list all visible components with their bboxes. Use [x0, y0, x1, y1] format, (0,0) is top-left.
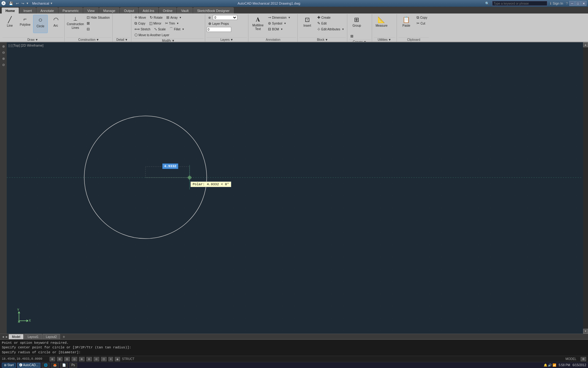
close-btn[interactable]: ✕: [581, 1, 586, 6]
tab-model[interactable]: Model: [9, 334, 24, 339]
left-tool-1[interactable]: ⊕: [1, 44, 6, 49]
tab-manage[interactable]: Manage: [99, 7, 119, 13]
snap-btn[interactable]: ⊕: [50, 357, 55, 361]
layer-input[interactable]: [207, 27, 231, 32]
cut-button[interactable]: ✂ Cut: [415, 21, 429, 26]
left-tool-4[interactable]: ⊘: [1, 62, 6, 67]
workspace-dropdown[interactable]: ▼: [50, 2, 53, 5]
taskbar-app-ps[interactable]: Ps: [69, 363, 77, 368]
utilities-group-label[interactable]: Utilities ▼: [374, 37, 395, 42]
trim-button[interactable]: ✂ Trim▼: [164, 21, 181, 26]
tab-sketchbook[interactable]: SketchBook Designer: [193, 7, 234, 13]
search-input[interactable]: [492, 1, 547, 6]
circle-button[interactable]: ○ Circle: [33, 15, 48, 33]
add-layout-btn[interactable]: +: [61, 334, 66, 339]
group-extra-btn[interactable]: ⊠: [349, 33, 355, 39]
left-tool-2[interactable]: ⊖: [1, 50, 6, 55]
lineweight-btn[interactable]: ≡: [108, 357, 113, 361]
taskbar-app-chrome[interactable]: 🌐: [42, 363, 50, 368]
tab-layout1[interactable]: Layout1: [24, 334, 42, 339]
construction-group-label[interactable]: Construction ▼: [66, 37, 111, 42]
measure-button[interactable]: 📐 Measure: [374, 15, 390, 33]
draw-group-label[interactable]: Draw ▼: [2, 37, 63, 42]
construction-lines-button[interactable]: ⊥ ConstructionLines: [66, 15, 85, 33]
scroll-down-btn[interactable]: ▼: [583, 329, 588, 334]
start-button[interactable]: ⊞ Start: [2, 363, 16, 368]
radius-input-box[interactable]: 4.9332: [162, 163, 178, 169]
tab-annotate[interactable]: Annotate: [36, 7, 58, 13]
osnap-btn[interactable]: ⊛: [79, 357, 85, 361]
extra-constr-btn2[interactable]: ⊟: [85, 26, 111, 32]
copy-clip-button[interactable]: ⧉ Copy: [415, 15, 429, 20]
paste-button[interactable]: 📋 Paste: [398, 15, 414, 33]
dyn-input-btn[interactable]: ⊡: [101, 357, 107, 361]
info-icon[interactable]: ℹ: [550, 2, 551, 6]
maximize-btn[interactable]: □: [575, 1, 581, 6]
dimension-button[interactable]: ⊸ Dimension▼: [266, 15, 292, 20]
grid-btn[interactable]: ⊞: [57, 357, 62, 361]
bom-button[interactable]: ⊟ BOM▼: [266, 26, 292, 32]
move-button[interactable]: ✛ Move: [133, 15, 147, 20]
mirror-button[interactable]: ◫ Mirror: [148, 21, 163, 26]
taskbar-app-firefox[interactable]: 🦊: [51, 363, 59, 368]
taskbar-app-pdf[interactable]: 📄: [60, 363, 68, 368]
layer-select[interactable]: 0: [213, 15, 237, 20]
modify-group-label[interactable]: Modify ▼: [133, 38, 204, 42]
tab-online[interactable]: Online: [159, 7, 177, 13]
arc-button[interactable]: ◠ Arc: [48, 15, 63, 33]
tab-nav-left-btn[interactable]: ◂: [1, 335, 5, 339]
otrack-btn[interactable]: ⊜: [86, 357, 92, 361]
copy-button[interactable]: ⧉ Copy: [133, 21, 147, 26]
left-tool-3[interactable]: ⊗: [1, 56, 6, 61]
redo-btn[interactable]: ↪: [21, 2, 25, 6]
tab-addins[interactable]: Add-Ins: [139, 7, 158, 13]
line-button[interactable]: ╱ Line: [2, 15, 17, 33]
detail-group-label[interactable]: Detail ▼: [114, 37, 130, 42]
layer-props-btn[interactable]: ⊕ Layer Props: [207, 21, 230, 26]
edit-block-button[interactable]: ✎ Edit: [316, 21, 346, 26]
ortho-btn[interactable]: ⊟: [64, 357, 70, 361]
block-group-label[interactable]: Block ▼: [299, 37, 346, 42]
symbol-button[interactable]: ⊜ Symbol▼: [266, 21, 292, 26]
tab-insert[interactable]: Insert: [20, 7, 36, 13]
help-btn[interactable]: ?: [566, 2, 568, 5]
fillet-button[interactable]: ⌒ Fillet▼: [168, 26, 186, 32]
group-button[interactable]: ⊞ Group: [349, 15, 365, 33]
taskbar-app-autocad[interactable]: 🅐 AutoCAD...: [17, 363, 40, 368]
scroll-up-btn[interactable]: ▲: [583, 42, 588, 47]
extra-constr-btn[interactable]: ⊠: [85, 21, 111, 26]
insert-button[interactable]: ⊡ Insert: [299, 15, 315, 33]
quick-save-btn[interactable]: 💾: [8, 2, 14, 6]
minimize-btn[interactable]: ─: [569, 1, 575, 6]
tab-nav-right-btn[interactable]: ▸: [5, 335, 9, 339]
viewport[interactable]: 4.9332 Polar: 4.9332 < 0° X Y: [7, 42, 583, 334]
undo-btn[interactable]: ↩: [15, 2, 20, 6]
tab-output[interactable]: Output: [120, 7, 138, 13]
create-button[interactable]: ✚ Create: [316, 15, 346, 20]
sign-in-btn[interactable]: Sign In: [553, 2, 563, 5]
dynamic-ucs-btn[interactable]: ⊝: [94, 357, 99, 361]
hide-situation-button[interactable]: ⊡ Hide Situation: [85, 15, 111, 20]
settings-btn[interactable]: ⚙: [581, 357, 586, 361]
workspace-selector[interactable]: Mechanical: [32, 2, 49, 5]
tab-vault[interactable]: Vault: [177, 7, 192, 13]
stretch-button[interactable]: ⟺ Stretch: [133, 26, 152, 32]
groups-group-label[interactable]: Groups ▼: [349, 40, 371, 42]
tab-home[interactable]: Home: [2, 7, 19, 13]
right-scrollbar[interactable]: ▲ ▼: [583, 42, 588, 334]
tab-layout2[interactable]: Layout2: [43, 334, 60, 339]
polar-btn[interactable]: ◎: [72, 357, 77, 361]
tab-view[interactable]: View: [83, 7, 99, 13]
tab-parametric[interactable]: Parametric: [58, 7, 83, 13]
quick-access-dropdown[interactable]: ▼: [26, 2, 29, 5]
move-to-layer-button[interactable]: ⬡ Move to Another Layer: [133, 32, 171, 38]
multiline-text-button[interactable]: 𝐀 MultilineText: [250, 15, 266, 33]
array-button[interactable]: ⊞ Array▼: [165, 15, 183, 20]
layers-group-label[interactable]: Layers ▼: [207, 37, 247, 42]
transparency-btn[interactable]: ◈: [115, 357, 120, 361]
edit-attributes-button[interactable]: ⊹ Edit Attributes▼: [316, 26, 346, 32]
layer-manager-btn[interactable]: ⊛: [207, 15, 212, 20]
rotate-button[interactable]: ↻ Rotate: [148, 15, 164, 20]
scale-button[interactable]: ⤡ Scale: [153, 26, 167, 32]
polyline-button[interactable]: ⌐ Polyline: [18, 15, 32, 33]
